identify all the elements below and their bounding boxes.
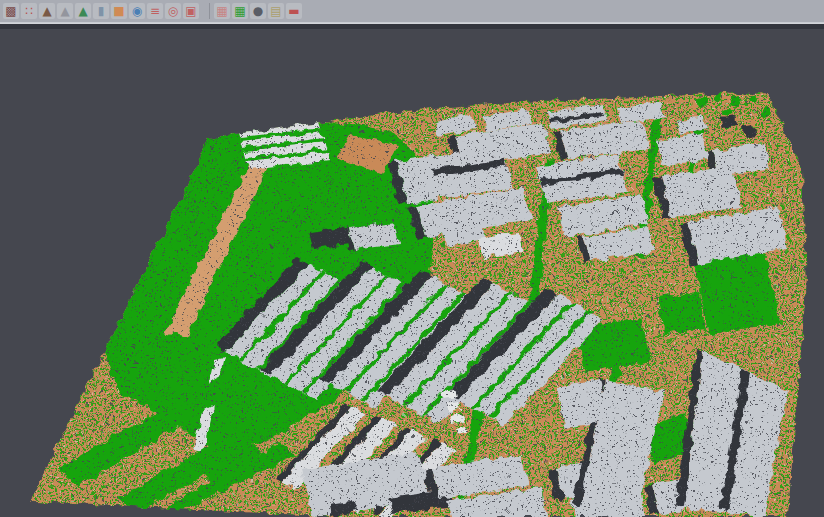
- point-cloud-scene[interactable]: [0, 29, 824, 517]
- zoom-extent-icon[interactable]: ▣: [183, 3, 199, 19]
- viewport-3d[interactable]: [0, 29, 824, 517]
- toolbar-separator: [201, 3, 210, 19]
- toolbar: ▩∷▲▲▲▮■◉≡◎▣▦▦●▤▬: [0, 0, 824, 23]
- dem-terrain-icon[interactable]: ▲: [39, 3, 55, 19]
- orthoimage-icon[interactable]: ■: [111, 3, 127, 19]
- dsm-surface-icon[interactable]: ▲: [57, 3, 73, 19]
- cross-section-icon[interactable]: ▮: [93, 3, 109, 19]
- target-circle-icon[interactable]: ◎: [165, 3, 181, 19]
- measurement-icon[interactable]: ▤: [268, 3, 284, 19]
- flag-mark-icon[interactable]: ▬: [286, 3, 302, 19]
- grid-view-icon[interactable]: ▦: [214, 3, 230, 19]
- application-window: ▩∷▲▲▲▮■◉≡◎▣▦▦●▤▬: [0, 0, 824, 517]
- tin-model-icon[interactable]: ▲: [75, 3, 91, 19]
- display-by-class-points-icon[interactable]: ∷: [21, 3, 37, 19]
- sphere-view-icon[interactable]: ●: [250, 3, 266, 19]
- classification-render-icon[interactable]: ▦: [232, 3, 248, 19]
- globe-view-icon[interactable]: ◉: [129, 3, 145, 19]
- point-cloud-display-icon[interactable]: ▩: [3, 3, 19, 19]
- profile-view-icon[interactable]: ≡: [147, 3, 163, 19]
